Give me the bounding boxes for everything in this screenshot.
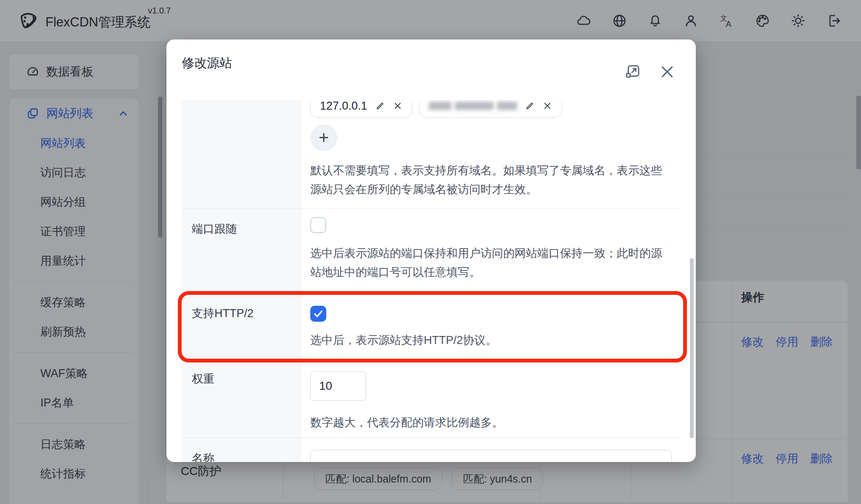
expand-icon[interactable] [624, 62, 642, 80]
origin-chip-row: 127.0.0.1 [310, 100, 669, 118]
close-icon[interactable] [658, 63, 676, 81]
modal-title: 修改源站 [182, 55, 232, 72]
origin-chip: 127.0.0.1 [310, 100, 412, 118]
remove-icon[interactable] [542, 101, 552, 111]
add-domain-button[interactable]: + [310, 124, 337, 151]
form-label: 权重 [182, 362, 301, 438]
blurred-origin-text [429, 102, 517, 110]
form-row-domains: 127.0.0.1 [182, 100, 681, 209]
form-row-http2: 支持HTTP/2 选中后，表示源站支持HTTP/2协议。 [182, 294, 681, 362]
edit-pencil-icon[interactable] [375, 101, 385, 111]
origin-chip-redacted [419, 100, 562, 118]
remove-icon[interactable] [393, 101, 403, 111]
form-content-cell: 选中后表示源站的端口保持和用户访问的网站端口保持一致；此时的源站地址中的端口号可… [301, 209, 681, 294]
http2-help-text: 选中后，表示源站支持HTTP/2协议。 [310, 331, 669, 350]
form-label: 支持HTTP/2 [182, 294, 301, 362]
form-content-cell: 127.0.0.1 [301, 100, 681, 208]
form-content-cell: 选中后，表示源站支持HTTP/2协议。 [301, 294, 681, 362]
screen: FlexCDN管理系统 v1.0.7 [0, 0, 861, 504]
http2-checkbox-checked[interactable] [310, 306, 326, 322]
domains-help-text: 默认不需要填写，表示支持所有域名。如果填写了专属域名，表示这些源站只会在所列的专… [310, 161, 669, 199]
form-row-weight: 权重 数字越大，代表分配的请求比例越多。 [182, 362, 681, 438]
name-input[interactable] [310, 450, 672, 462]
weight-input[interactable] [310, 371, 366, 401]
port-follow-checkbox[interactable] [310, 217, 326, 233]
form-label: 名称 [182, 438, 301, 462]
origin-chip-value: 127.0.0.1 [320, 100, 367, 113]
edit-pencil-icon[interactable] [525, 101, 535, 111]
form-content-cell: 数字越大，代表分配的请求比例越多。 [301, 362, 681, 438]
modal-scrollbar-thumb[interactable] [690, 258, 694, 438]
weight-help-text: 数字越大，代表分配的请求比例越多。 [310, 413, 669, 432]
form-row-port-follow: 端口跟随 选中后表示源站的端口保持和用户访问的网站端口保持一致；此时的源站地址中… [182, 209, 681, 294]
check-icon [312, 308, 324, 320]
form-row-name: 名称 [182, 438, 681, 462]
form-label-cell [182, 100, 301, 208]
edit-origin-modal: 修改源站 [166, 39, 696, 462]
port-follow-help-text: 选中后表示源站的端口保持和用户访问的网站端口保持一致；此时的源站地址中的端口号可… [310, 244, 663, 282]
origin-form: 127.0.0.1 [182, 100, 681, 462]
form-label: 端口跟随 [182, 209, 301, 294]
modal-scroll-area[interactable]: 127.0.0.1 [166, 100, 696, 462]
form-content-cell [301, 438, 684, 462]
